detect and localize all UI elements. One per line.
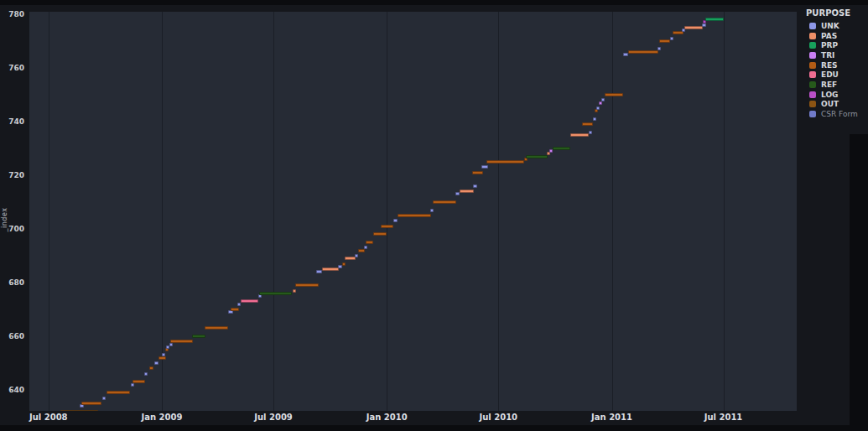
legend-item-prp[interactable]: PRP xyxy=(806,40,868,50)
x-tick-label: Jan 2010 xyxy=(366,413,408,422)
gantt-segment[interactable] xyxy=(364,246,367,249)
gantt-segment[interactable] xyxy=(169,343,173,346)
window-edge-right xyxy=(850,134,868,431)
legend-item-csr-form[interactable]: CSR Form xyxy=(806,109,868,119)
gantt-segment[interactable] xyxy=(338,265,341,268)
gantt-segment[interactable] xyxy=(81,402,101,405)
gridline xyxy=(612,12,613,411)
gridline xyxy=(273,12,274,411)
y-tick-label: 720 xyxy=(0,171,24,179)
gantt-segment[interactable] xyxy=(702,23,706,27)
gantt-segment[interactable] xyxy=(295,283,319,287)
gantt-segment[interactable] xyxy=(455,192,460,195)
gantt-segment[interactable] xyxy=(322,267,339,271)
legend-item-ref[interactable]: REF xyxy=(806,80,868,90)
gridline xyxy=(724,12,725,411)
gantt-segment[interactable] xyxy=(628,50,658,54)
gantt-segment[interactable] xyxy=(60,410,97,411)
legend-item-label: REF xyxy=(821,80,837,89)
gantt-chart-figure: 640660680700720740760780 Jul 2008Jan 200… xyxy=(0,0,868,431)
legend-item-unk[interactable]: UNK xyxy=(806,21,868,31)
gantt-segment[interactable] xyxy=(358,249,364,252)
legend-swatch-icon xyxy=(809,42,816,49)
gantt-segment[interactable] xyxy=(316,270,322,273)
gantt-segment[interactable] xyxy=(596,106,600,110)
gantt-segment[interactable] xyxy=(623,53,628,56)
gantt-segment[interactable] xyxy=(472,171,482,174)
gantt-segment[interactable] xyxy=(589,131,592,134)
gantt-segment[interactable] xyxy=(159,356,166,360)
gantt-segment[interactable] xyxy=(259,292,292,295)
gantt-segment[interactable] xyxy=(355,254,358,257)
gridline xyxy=(498,12,499,411)
y-tick-label: 640 xyxy=(0,386,24,394)
gantt-segment[interactable] xyxy=(366,241,373,244)
gantt-segment[interactable] xyxy=(133,380,145,383)
gridline xyxy=(49,12,49,411)
window-edge-bottom xyxy=(0,425,868,431)
legend-swatch-icon xyxy=(809,91,816,98)
gantt-segment[interactable] xyxy=(433,200,456,204)
x-tick-label: Jul 2011 xyxy=(704,413,743,422)
gantt-segment[interactable] xyxy=(657,47,661,50)
gantt-segment[interactable] xyxy=(481,165,487,169)
legend-item-tri[interactable]: TRI xyxy=(806,50,868,60)
gantt-segment[interactable] xyxy=(605,93,622,96)
legend-item-label: CSR Form xyxy=(821,110,858,118)
gantt-segment[interactable] xyxy=(381,225,393,228)
gantt-segment[interactable] xyxy=(684,26,703,29)
legend-item-label: OUT xyxy=(821,100,839,108)
gantt-segment[interactable] xyxy=(460,190,474,193)
gantt-segment[interactable] xyxy=(553,147,570,150)
y-tick-label: 680 xyxy=(0,278,24,287)
gantt-segment[interactable] xyxy=(486,160,524,164)
window-edge-top xyxy=(0,0,868,5)
legend-item-pas[interactable]: PAS xyxy=(806,31,868,41)
gantt-segment[interactable] xyxy=(659,39,670,43)
legend-item-edu[interactable]: EDU xyxy=(806,70,868,80)
gantt-segment[interactable] xyxy=(601,98,605,101)
gantt-segment[interactable] xyxy=(131,383,134,387)
gantt-segment[interactable] xyxy=(170,340,193,343)
gantt-segment[interactable] xyxy=(593,117,596,121)
legend-title: PURPOSE xyxy=(806,8,868,18)
legend-swatch-icon xyxy=(809,111,816,117)
gantt-segment[interactable] xyxy=(705,18,723,21)
y-axis-label: _index xyxy=(1,208,8,232)
gantt-segment[interactable] xyxy=(373,232,386,236)
gantt-segment[interactable] xyxy=(192,335,205,338)
legend-swatch-icon xyxy=(809,23,816,29)
gantt-segment[interactable] xyxy=(149,366,153,370)
gantt-segment[interactable] xyxy=(144,372,148,376)
legend-item-out[interactable]: OUT xyxy=(806,100,868,110)
gantt-segment[interactable] xyxy=(237,303,241,306)
legend-item-res[interactable]: RES xyxy=(806,60,868,70)
gantt-segment[interactable] xyxy=(293,289,296,293)
gantt-segment[interactable] xyxy=(241,299,258,303)
gantt-segment[interactable] xyxy=(599,101,602,105)
gantt-segment[interactable] xyxy=(205,326,228,330)
gantt-segment[interactable] xyxy=(102,397,106,400)
gantt-segment[interactable] xyxy=(345,257,355,260)
legend-item-log[interactable]: LOG xyxy=(806,90,868,100)
legend-item-label: LOG xyxy=(821,91,838,99)
gantt-segment[interactable] xyxy=(430,209,434,212)
plot-area[interactable] xyxy=(29,12,797,411)
gantt-segment[interactable] xyxy=(526,155,548,158)
legend-item-label: PAS xyxy=(821,32,837,40)
gantt-segment[interactable] xyxy=(154,361,158,365)
gantt-segment[interactable] xyxy=(231,308,239,311)
gantt-segment[interactable] xyxy=(398,214,431,217)
legend-items: UNKPASPRPTRIRESEDUREFLOGOUTCSR Form xyxy=(806,21,868,119)
gantt-segment[interactable] xyxy=(393,219,398,222)
gantt-segment[interactable] xyxy=(582,122,593,126)
legend-swatch-icon xyxy=(809,62,816,69)
legend-swatch-icon xyxy=(809,33,816,39)
gantt-segment[interactable] xyxy=(162,353,165,356)
gantt-segment[interactable] xyxy=(342,262,346,266)
y-tick-label: 780 xyxy=(0,10,24,18)
gantt-segment[interactable] xyxy=(670,37,673,40)
gantt-segment[interactable] xyxy=(473,184,476,188)
gantt-segment[interactable] xyxy=(107,391,130,394)
gantt-segment[interactable] xyxy=(570,133,590,137)
